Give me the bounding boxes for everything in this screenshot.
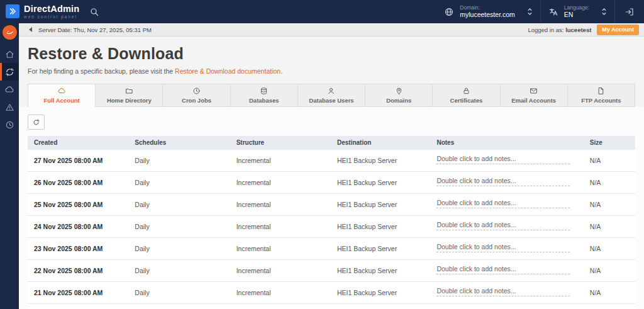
tab-database-users[interactable]: Database Users [298,84,365,107]
tab-certificates[interactable]: Certificates [433,84,500,107]
tab-label: Cron Jobs [182,97,211,104]
cell-notes: Double click to add notes... [430,172,583,194]
documentation-link[interactable]: Restore & Download documentation [175,67,280,75]
cell-structure: Incremental [230,260,331,282]
cell-created: 26 Nov 2025 08:00 AM [28,172,128,194]
sidebar-item-alerts[interactable] [0,98,19,116]
cell-schedules: Daily [128,238,230,260]
server-date: Server Date: Thu, Nov 27, 2025, 05:31 PM [38,26,152,33]
cell-size: N/A [584,150,635,172]
sidebar-item-history[interactable] [0,116,19,133]
tab-label: Email Accounts [511,97,556,104]
cell-structure: Incremental [230,194,331,216]
directadmin-logo-icon [6,4,19,18]
sidebar-item-home[interactable] [0,45,19,63]
user-icon [327,87,335,95]
cell-destination: HEI1 Backup Server [331,238,430,260]
notes-editor[interactable]: Double click to add notes... [436,265,570,274]
tab-databases[interactable]: Databases [231,84,298,107]
logout-icon[interactable] [615,0,644,23]
translate-icon [548,7,558,17]
cell-created: 22 Nov 2025 08:00 AM [28,260,128,282]
cell-size: N/A [584,172,635,194]
cell-destination: HEI1 Backup Server [331,304,430,309]
cell-notes: Double click to add notes... [430,282,583,304]
notes-editor[interactable]: Double click to add notes... [436,287,570,296]
cloud-backup-icon [58,87,66,95]
domain-selector[interactable]: Domain: myluceetester.com [436,0,540,23]
tab-label: Database Users [309,97,353,104]
page-title: Restore & Download [28,45,635,63]
tab-domains[interactable]: Domains [365,84,433,107]
database-icon [260,87,268,95]
tab-bar: Full AccountHome DirectoryCron JobsDatab… [28,84,635,107]
cell-schedules: Daily [128,260,230,282]
cell-size: N/A [584,282,635,304]
tab-panel: CreatedSchedulesStructureDestinationNote… [19,107,644,309]
main-content: Restore & Download For help finding a sp… [19,37,644,309]
tab-label: Certificates [450,97,483,104]
status-bar: Server Date: Thu, Nov 27, 2025, 05:31 PM… [19,23,644,37]
search-icon[interactable] [89,7,99,17]
chevron-updown-icon [527,7,533,16]
folder-icon [125,87,133,95]
cell-structure: Incremental [230,150,331,172]
sidebar-item-restore[interactable] [0,63,19,81]
cell-destination: HEI1 Backup Server [331,282,430,304]
refresh-button[interactable] [28,115,45,130]
cell-destination: HEI1 Backup Server [331,194,430,216]
warning-icon [5,103,14,112]
table-header-row: CreatedSchedulesStructureDestinationNote… [28,136,635,150]
tab-cron-jobs[interactable]: Cron Jobs [163,84,230,107]
help-text: For help finding a specific backup, plea… [28,67,635,75]
chevron-updown-icon [601,7,607,16]
cell-structure: Incremental [230,216,331,238]
column-header-schedules: Schedules [128,136,230,150]
cell-size: N/A [584,260,635,282]
cell-notes: Double click to add notes... [430,150,583,172]
location-pin-icon [395,87,403,95]
language-value: EN [564,11,589,19]
notes-editor[interactable]: Double click to add notes... [436,155,570,164]
language-selector[interactable]: Language: EN [541,0,614,23]
tab-email-accounts[interactable]: Email Accounts [501,84,568,107]
table-row: 20 Nov 2025 08:00 AMDailyIncrementalHEI1… [28,304,635,309]
sidebar [0,23,19,309]
tab-full-account[interactable]: Full Account [28,84,96,107]
notes-editor[interactable]: Double click to add notes... [436,243,570,252]
my-account-button[interactable]: My Account [597,25,639,35]
cell-schedules: Daily [128,172,230,194]
table-row: 25 Nov 2025 08:00 AMDailyIncrementalHEI1… [28,194,635,216]
column-header-structure: Structure [230,136,331,150]
sidebar-item-backups[interactable] [0,81,19,98]
home-icon [5,50,14,59]
cell-created: 25 Nov 2025 08:00 AM [28,194,128,216]
cell-created: 24 Nov 2025 08:00 AM [28,216,128,238]
lock-icon [462,87,470,95]
notes-editor[interactable]: Double click to add notes... [436,177,570,186]
cell-size: N/A [584,238,635,260]
tab-home-directory[interactable]: Home Directory [96,84,163,107]
cell-schedules: Daily [128,304,230,309]
tab-label: Domains [386,97,411,104]
cell-structure: Incremental [230,238,331,260]
cell-size: N/A [584,194,635,216]
tab-ftp-accounts[interactable]: FTP Accounts [568,84,635,107]
table-row: 22 Nov 2025 08:00 AMDailyIncrementalHEI1… [28,260,635,282]
domain-label: Domain: [460,4,515,11]
notes-editor[interactable]: Double click to add notes... [436,221,570,230]
brand-name: DirectAdmin [24,4,79,14]
directadmin-badge-icon[interactable] [3,25,17,40]
column-header-created: Created [28,136,128,150]
cell-schedules: Daily [128,282,230,304]
notes-editor[interactable]: Double click to add notes... [436,199,570,208]
tab-label: Full Account [44,97,80,104]
column-header-destination: Destination [331,136,430,150]
table-body: 27 Nov 2025 08:00 AMDailyIncrementalHEI1… [28,150,635,309]
cell-created: 21 Nov 2025 08:00 AM [28,282,128,304]
cell-structure: Incremental [230,282,331,304]
cell-created: 20 Nov 2025 08:00 AM [28,304,128,309]
sidebar-collapse-toggle[interactable] [29,27,32,32]
cell-notes: Double click to add notes... [430,238,583,260]
brand[interactable]: DirectAdmin web control panel [0,4,79,19]
